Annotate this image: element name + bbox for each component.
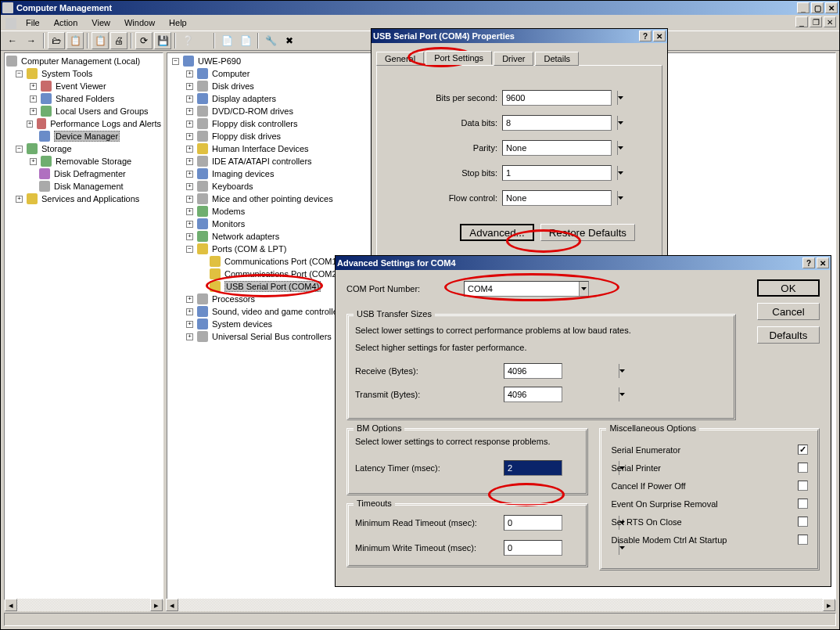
- scroll-right-button-2[interactable]: ▸: [823, 599, 835, 611]
- tree-system-tools[interactable]: −System Tools: [6, 67, 161, 80]
- bits-combo[interactable]: [502, 90, 612, 106]
- tab-port-settings[interactable]: Port Settings: [425, 51, 492, 65]
- tree-perf-logs[interactable]: +Performance Logs and Alerts: [6, 117, 161, 130]
- scroll-left-button-2[interactable]: ◂: [166, 599, 178, 611]
- defaults-button[interactable]: Defaults: [757, 326, 820, 344]
- usb-group-title: USB Transfer Sizes: [354, 309, 435, 319]
- tab-driver[interactable]: Driver: [494, 52, 533, 66]
- misc-group-title: Miscellaneous Options: [606, 423, 699, 433]
- main-titlebar: Computer Management _ ▢ ✕: [1, 1, 839, 15]
- receive-label: Receive (Bytes):: [355, 366, 504, 376]
- usb-group: USB Transfer Sizes Select lower settings…: [346, 314, 736, 420]
- advanced-button[interactable]: Advanced...: [460, 224, 533, 241]
- compport-label: COM Port Number:: [346, 284, 464, 293]
- bm-group: BM Options Select lower settings to corr…: [346, 428, 588, 495]
- tree-device-manager[interactable]: Device Manager: [6, 130, 161, 142]
- up-button[interactable]: 🗁: [48, 32, 65, 49]
- refresh-button[interactable]: ⟳: [135, 32, 153, 49]
- parity-combo[interactable]: [502, 140, 612, 156]
- receive-combo[interactable]: [504, 363, 562, 379]
- menu-action[interactable]: Action: [48, 16, 84, 29]
- scope-pane[interactable]: Computer Management (Local) −System Tool…: [4, 52, 163, 600]
- tree-root[interactable]: Computer Management (Local): [6, 55, 161, 67]
- menu-view[interactable]: View: [85, 16, 117, 29]
- right-hscroll[interactable]: ◂▸: [166, 599, 835, 611]
- rts-checkbox[interactable]: [798, 517, 808, 527]
- tree-shared-folders[interactable]: +Shared Folders: [6, 92, 161, 105]
- menu-window[interactable]: Window: [118, 16, 161, 29]
- mdi-icon: [5, 18, 16, 29]
- tree-defragmenter[interactable]: Disk Defragmenter: [6, 167, 161, 180]
- scroll-right-button[interactable]: ▸: [150, 599, 163, 611]
- tree-storage[interactable]: −Storage: [6, 142, 161, 155]
- menu-help[interactable]: Help: [163, 16, 193, 29]
- menu-file[interactable]: File: [20, 16, 46, 29]
- tree-services-apps[interactable]: +Services and Applications: [6, 193, 161, 205]
- usb-line1: Select lower settings to correct perform…: [355, 326, 727, 335]
- ok-button[interactable]: OK: [757, 279, 820, 297]
- left-hscroll[interactable]: ◂▸: [5, 599, 163, 611]
- rts-label: Set RTS On Close: [611, 517, 681, 527]
- help-button[interactable]: ❔: [179, 32, 196, 49]
- toolbar-btn-a[interactable]: 📄: [218, 32, 235, 49]
- export-button[interactable]: 💾: [154, 32, 171, 49]
- toolbar-btn-3[interactable]: 📋: [92, 32, 109, 49]
- child-restore-button[interactable]: ❐: [809, 16, 822, 27]
- status-bar: [4, 613, 836, 626]
- toolbar-btn-c[interactable]: 🔧: [262, 32, 279, 49]
- flow-combo[interactable]: [502, 190, 612, 206]
- nav-forward-button[interactable]: →: [23, 32, 40, 49]
- toolbar-btn-d[interactable]: ✖: [281, 32, 298, 49]
- minread-combo[interactable]: [504, 515, 562, 531]
- minimize-button[interactable]: _: [797, 2, 809, 13]
- adv-help-button[interactable]: ?: [802, 257, 815, 268]
- transmit-combo[interactable]: [504, 387, 562, 402]
- bm-group-title: BM Options: [354, 423, 404, 433]
- flow-label: Flow control:: [449, 193, 497, 203]
- stopbits-combo[interactable]: [502, 165, 612, 181]
- cancel-power-label: Cancel If Power Off: [611, 481, 685, 491]
- nav-back-button[interactable]: ←: [4, 32, 21, 49]
- serial-printer-label: Serial Printer: [611, 463, 661, 473]
- surprise-checkbox[interactable]: [798, 499, 808, 509]
- child-close-button[interactable]: ✕: [824, 16, 836, 27]
- serial-enum-label: Serial Enumerator: [611, 445, 680, 455]
- props-close-button[interactable]: ✕: [653, 31, 666, 41]
- disable-modem-checkbox[interactable]: [798, 535, 808, 545]
- surprise-label: Event On Surprise Removal: [611, 499, 717, 509]
- adv-close-button[interactable]: ✕: [817, 257, 829, 268]
- window-title: Computer Management: [16, 3, 112, 13]
- comport-combo[interactable]: [464, 281, 589, 297]
- serial-printer-checkbox[interactable]: [798, 463, 808, 473]
- latency-label: Latency Timer (msec):: [355, 463, 504, 473]
- timeouts-group: Timeouts Minimum Read Timeout (msec): Mi…: [346, 503, 588, 567]
- tab-general[interactable]: General: [376, 52, 424, 66]
- tree-event-viewer[interactable]: +Event Viewer: [6, 80, 161, 92]
- bm-line1: Select lower settings to correct respons…: [355, 437, 580, 446]
- restore-defaults-button[interactable]: Restore Defaults: [540, 224, 635, 241]
- close-button[interactable]: ✕: [825, 2, 838, 13]
- latency-combo[interactable]: [504, 460, 562, 476]
- serial-enum-checkbox[interactable]: [798, 445, 808, 455]
- tab-details[interactable]: Details: [535, 52, 579, 66]
- tree-removable-storage[interactable]: +Removable Storage: [6, 155, 161, 167]
- databits-combo[interactable]: [502, 115, 612, 131]
- child-minimize-button[interactable]: _: [795, 16, 808, 27]
- advanced-dialog: Advanced Settings for COM4 ? ✕ COM Port …: [335, 255, 831, 587]
- app-icon: [2, 2, 13, 13]
- print-button[interactable]: 🖨: [110, 32, 127, 49]
- tree-disk-management[interactable]: Disk Management: [6, 180, 161, 193]
- parity-label: Parity:: [473, 143, 497, 153]
- toolbar-btn-2[interactable]: 📋: [66, 32, 84, 49]
- tree-local-users[interactable]: +Local Users and Groups: [6, 105, 161, 117]
- cancel-button[interactable]: Cancel: [757, 303, 820, 320]
- stopbits-label: Stop bits:: [461, 168, 497, 178]
- cancel-power-checkbox[interactable]: [798, 481, 808, 491]
- toolbar-btn-b[interactable]: 📄: [237, 32, 254, 49]
- maximize-button[interactable]: ▢: [811, 2, 824, 13]
- minwrite-combo[interactable]: [504, 540, 562, 556]
- props-tabset: General Port Settings Driver Details: [372, 48, 667, 65]
- scroll-left-button[interactable]: ◂: [5, 599, 17, 611]
- props-help-button[interactable]: ?: [639, 31, 652, 41]
- minwrite-label: Minimum Write Timeout (msec):: [355, 543, 504, 553]
